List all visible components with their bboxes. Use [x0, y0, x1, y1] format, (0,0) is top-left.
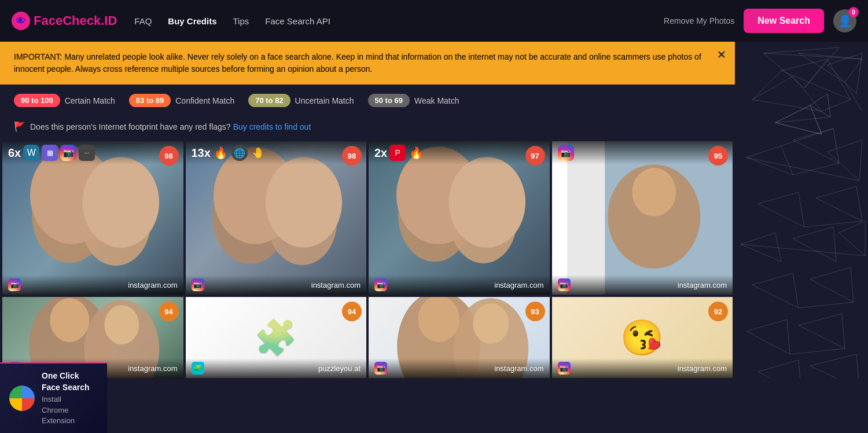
red-flags-text: Does this person's Internet footprint ha… [30, 122, 231, 131]
pinterest-icon: P [389, 145, 406, 161]
nav: FAQ Buy Credits Tips Face Search API [134, 16, 330, 26]
svg-line-29 [804, 59, 827, 88]
warning-banner: IMPORTANT: Many unrelated people look al… [0, 42, 735, 85]
card-domain-7: instagram.com [494, 364, 543, 373]
svg-line-33 [845, 82, 862, 111]
nav-faq[interactable]: FAQ [134, 16, 152, 26]
svg-line-40 [746, 157, 859, 181]
card-bottom-bar-7: 📷 instagram.com [369, 358, 550, 378]
fire-icon-1: 🔥 [213, 145, 229, 161]
svg-line-45 [804, 221, 862, 227]
svg-marker-57 [810, 354, 859, 378]
svg-point-5 [267, 177, 337, 265]
svg-marker-43 [758, 192, 804, 227]
card-domain-8: instagram.com [678, 364, 727, 373]
svg-marker-56 [758, 360, 801, 378]
nav-buy-credits[interactable]: Buy Credits [168, 16, 216, 26]
svg-point-4 [212, 169, 288, 264]
card-count-1: 6x [8, 146, 21, 160]
nav-tips[interactable]: Tips [233, 16, 249, 26]
svg-point-14 [632, 168, 676, 216]
card-bottom-bar-6: 🧩 puzzleyou.at [186, 358, 367, 378]
logo[interactable]: 👁 FaceCheck.ID [12, 12, 117, 30]
svg-marker-32 [827, 53, 862, 94]
uncertain-pill: 70 to 82 [248, 94, 290, 107]
fire2-icon: 🔥 [408, 145, 424, 161]
badge-certain: 90 to 100 Certain Match [14, 94, 115, 107]
card-bottom-bar-4: 📷 instagram.com [552, 275, 733, 295]
result-card-1[interactable]: 6x W ▦ 📷 ··· 98 📷 instagram.com [2, 141, 183, 295]
weak-label: Weak Match [414, 96, 459, 105]
result-card-8[interactable]: 😘 📷 instagram.com 92 [552, 297, 733, 378]
results-grid-row2: 📷 instagram.com 94 🧩 puzzleyou.at 94 [0, 295, 735, 378]
logo-text: FaceCheck.ID [34, 13, 117, 28]
chrome-extension-text: One Click Face Search Install Chrome Ext… [42, 370, 98, 426]
results-grid-row1: 6x W ▦ 📷 ··· 98 📷 instagram.com [0, 141, 735, 295]
chrome-extension-sub: Install Chrome Extension [42, 394, 98, 426]
avatar-wrap[interactable]: 👤 0 [833, 9, 856, 32]
card-domain-2: instagram.com [311, 281, 361, 289]
new-search-button[interactable]: New Search [744, 9, 824, 33]
left-panel: IMPORTANT: Many unrelated people look al… [0, 42, 735, 378]
result-card-6[interactable]: 🧩 puzzleyou.at 94 [186, 297, 367, 378]
card-icons-3: P 🔥 [389, 145, 424, 161]
chrome-extension-title: One Click Face Search [42, 370, 98, 393]
nav-api[interactable]: Face Search API [265, 16, 330, 26]
svg-line-31 [822, 100, 851, 111]
uncertain-label: Uncertain Match [295, 96, 354, 105]
result-card-3[interactable]: 2x P 🔥 97 📷 instagram.com [369, 141, 550, 295]
instagram-bottom-icon-4: 📷 [558, 278, 571, 291]
match-legend: 90 to 100 Certain Match 83 to 89 Confide… [0, 85, 735, 116]
svg-point-3 [97, 178, 134, 221]
svg-marker-24 [764, 47, 839, 88]
certain-label: Certain Match [65, 96, 115, 105]
card-domain-6: puzzleyou.at [318, 364, 361, 373]
svg-point-6 [230, 170, 270, 215]
svg-point-2 [49, 170, 90, 216]
card-top-bar-4: 📷 [552, 141, 733, 164]
svg-line-30 [752, 71, 781, 100]
main-content: IMPORTANT: Many unrelated people look al… [0, 42, 868, 378]
remove-photos-link[interactable]: Remove My Photos [664, 16, 734, 25]
result-card-4[interactable]: 📷 95 📷 instagram.com [552, 141, 733, 295]
svg-marker-51 [810, 267, 854, 302]
buy-credits-link[interactable]: Buy credits to find out [233, 122, 311, 131]
instagram-bottom-icon-1: 📷 [8, 278, 21, 291]
svg-marker-50 [752, 273, 799, 308]
svg-line-36 [775, 117, 830, 123]
certain-pill: 90 to 100 [14, 94, 60, 107]
svg-point-10 [415, 170, 454, 214]
chrome-extension-banner[interactable]: One Click Face Search Install Chrome Ext… [0, 362, 107, 433]
weak-pill: 50 to 69 [368, 94, 410, 107]
card-top-bar-3: 2x P 🔥 [369, 141, 550, 164]
logo-icon: 👁 [12, 12, 30, 30]
svg-marker-39 [827, 140, 862, 181]
svg-marker-46 [741, 233, 781, 262]
instagram-icon-1: 📷 [60, 145, 76, 161]
result-card-7[interactable]: 📷 instagram.com 93 [369, 297, 550, 378]
svg-point-21 [418, 297, 459, 342]
score-badge-7: 93 [525, 302, 545, 321]
svg-marker-44 [816, 186, 862, 221]
svg-marker-48 [839, 221, 865, 256]
puzzleyou-icon: 🧩 [192, 362, 204, 375]
svg-marker-53 [746, 320, 790, 354]
svg-point-11 [466, 177, 501, 218]
result-card-2[interactable]: 13x 🔥 🌐 🤚 98 📷 instagram.com [186, 141, 367, 295]
svg-marker-27 [799, 53, 862, 82]
red-flags-row: 🚩 Does this person's Internet footprint … [0, 116, 735, 141]
warning-close-button[interactable]: ✕ [717, 49, 726, 61]
card-domain-5: instagram.com [128, 364, 177, 373]
badge-uncertain: 70 to 82 Uncertain Match [248, 94, 354, 107]
svg-point-8 [398, 169, 471, 262]
svg-line-28 [764, 53, 862, 59]
instagram-bottom-icon-8: 📷 [558, 362, 571, 375]
geometric-background [735, 42, 868, 378]
card-bottom-bar-3: 📷 instagram.com [369, 275, 550, 295]
card-bottom-bar-2: 📷 instagram.com [186, 275, 367, 295]
chrome-logo-icon [9, 386, 35, 411]
card-domain-4: instagram.com [678, 281, 727, 289]
svg-marker-47 [793, 227, 836, 262]
svg-point-18 [104, 305, 139, 344]
card-count-3: 2x [374, 146, 387, 160]
